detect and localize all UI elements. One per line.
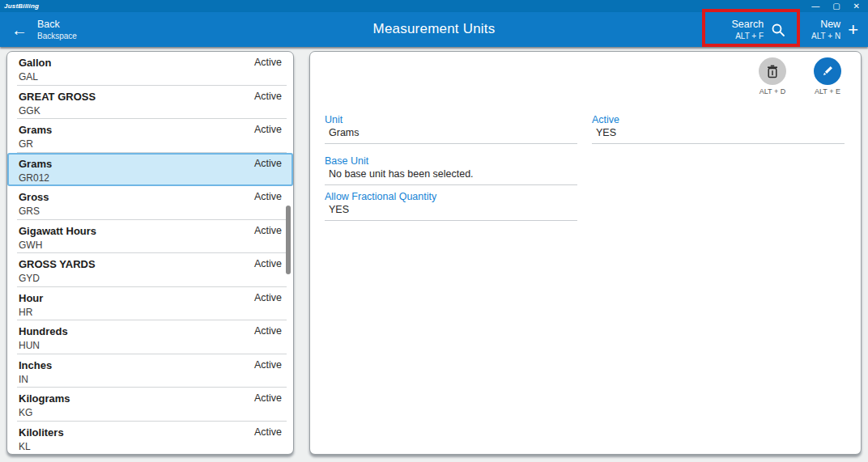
list-item[interactable]: Kiloliters KL Active	[7, 422, 293, 455]
new-button[interactable]: New ALT + N +	[808, 17, 862, 43]
unit-status: Active	[254, 392, 282, 404]
edit-button[interactable]: ALT + E	[814, 57, 841, 95]
list-item[interactable]: GROSS YARDS GYD Active	[7, 253, 293, 287]
unit-code: GAL	[19, 70, 266, 84]
edit-shortcut: ALT + E	[815, 87, 840, 95]
list-item[interactable]: GREAT GROSS GGK Active	[7, 86, 293, 120]
unit-status: Active	[254, 124, 282, 135]
new-label: New	[811, 19, 840, 31]
unit-code: GR012	[19, 172, 266, 185]
base-unit-field-value: No base unit has been selected.	[325, 167, 577, 180]
unit-status: Active	[254, 325, 282, 337]
unit-name: GREAT GROSS	[19, 89, 266, 104]
unit-name: Grams	[19, 156, 266, 172]
unit-name: Hour	[19, 290, 266, 306]
unit-status: Active	[254, 225, 282, 236]
unit-name: Grams	[19, 122, 266, 138]
list-item[interactable]: Inches IN Active	[7, 354, 293, 388]
list-item[interactable]: Kilograms KG Active	[7, 388, 293, 422]
active-field-label: Active	[592, 113, 845, 126]
maximize-icon[interactable]: ▢	[832, 2, 840, 11]
active-field: Active YES	[592, 113, 845, 144]
trash-icon	[766, 65, 779, 78]
plus-icon: +	[848, 21, 858, 39]
unit-code: KL	[19, 440, 266, 454]
unit-name: Gigawatt Hours	[19, 223, 266, 239]
unit-status: Active	[254, 191, 282, 202]
unit-name: Inches	[19, 358, 266, 373]
list-item[interactable]: Gallon GAL Active	[7, 52, 293, 86]
unit-code: GRS	[19, 205, 266, 218]
list-item[interactable]: Gigawatt Hours GWH Active	[7, 220, 293, 254]
unit-code: KG	[19, 406, 266, 420]
base-unit-field-label: Base Unit	[325, 155, 577, 167]
search-icon	[771, 23, 785, 37]
search-label: Search	[731, 19, 764, 31]
unit-name: Hundreds	[19, 324, 266, 339]
unit-name: Kilograms	[19, 391, 266, 406]
unit-field-value: Grams	[325, 126, 577, 139]
delete-button[interactable]: ALT + D	[759, 57, 786, 95]
unit-code: GR	[19, 138, 266, 151]
unit-field: Unit Grams	[325, 113, 577, 144]
list-scrollbar[interactable]	[286, 206, 291, 274]
unit-name: Kiloliters	[19, 425, 266, 440]
list-item[interactable]: Gross GRS Active	[7, 186, 293, 220]
new-shortcut: ALT + N	[811, 31, 840, 41]
unit-name: GROSS YARDS	[19, 256, 266, 272]
unit-field-label: Unit	[325, 113, 577, 126]
window-controls: — ▢ ✕	[811, 2, 868, 11]
pencil-icon	[821, 65, 834, 78]
unit-code: IN	[19, 373, 266, 387]
unit-status: Active	[254, 57, 282, 68]
unit-code: HR	[19, 306, 266, 320]
unit-status: Active	[254, 158, 282, 169]
unit-status: Active	[254, 91, 282, 102]
search-shortcut: ALT + F	[731, 31, 764, 41]
unit-name: Gallon	[19, 55, 266, 70]
app-logo: JustBilling	[0, 2, 39, 10]
allow-fractional-field-label: Allow Fractional Quantity	[325, 190, 577, 203]
unit-status: Active	[254, 292, 282, 303]
list-item[interactable]: Hundreds HUN Active	[7, 320, 293, 354]
minimize-icon[interactable]: —	[811, 2, 819, 11]
unit-code: GGK	[19, 104, 266, 118]
search-button[interactable]: Search ALT + F	[728, 17, 789, 43]
list-item[interactable]: Grams GR012 Active	[7, 153, 293, 187]
unit-code: GYD	[19, 272, 266, 286]
unit-status: Active	[254, 359, 282, 371]
list-item[interactable]: Grams GR Active	[7, 119, 293, 153]
unit-status: Active	[254, 258, 282, 269]
active-field-value: YES	[592, 126, 845, 139]
list-item[interactable]: Hour HR Active	[7, 287, 293, 321]
allow-fractional-field: Allow Fractional Quantity YES	[325, 190, 577, 221]
titlebar: JustBilling — ▢ ✕	[0, 0, 868, 12]
delete-shortcut: ALT + D	[760, 87, 785, 95]
measurement-units-list: Gallon GAL Active GREAT GROSS GGK Active…	[6, 51, 294, 455]
base-unit-field: Base Unit No base unit has been selected…	[325, 155, 577, 185]
allow-fractional-field-value: YES	[325, 203, 577, 216]
unit-name: Gross	[19, 189, 266, 205]
unit-code: GWH	[19, 239, 266, 252]
unit-status: Active	[254, 426, 282, 438]
header: ← Back Backspace Measurement Units Searc…	[0, 12, 868, 47]
close-icon[interactable]: ✕	[853, 2, 860, 11]
unit-detail-panel: ALT + D ALT + E Unit Grams Active YES	[309, 51, 862, 455]
unit-code: HUN	[19, 339, 266, 353]
